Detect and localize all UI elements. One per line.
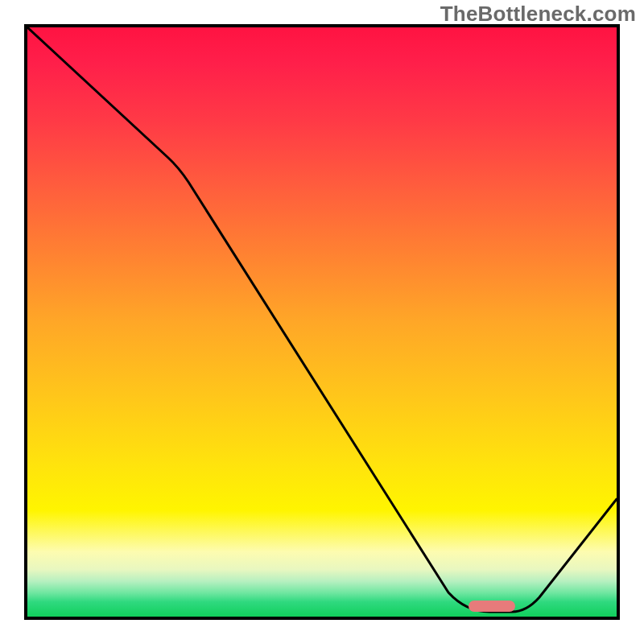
bottleneck-curve — [27, 27, 617, 617]
optimal-marker — [469, 601, 515, 612]
curve-path — [27, 27, 617, 612]
watermark-text: TheBottleneck.com — [440, 2, 636, 27]
plot-area — [24, 24, 620, 620]
chart-canvas: TheBottleneck.com — [0, 0, 644, 644]
